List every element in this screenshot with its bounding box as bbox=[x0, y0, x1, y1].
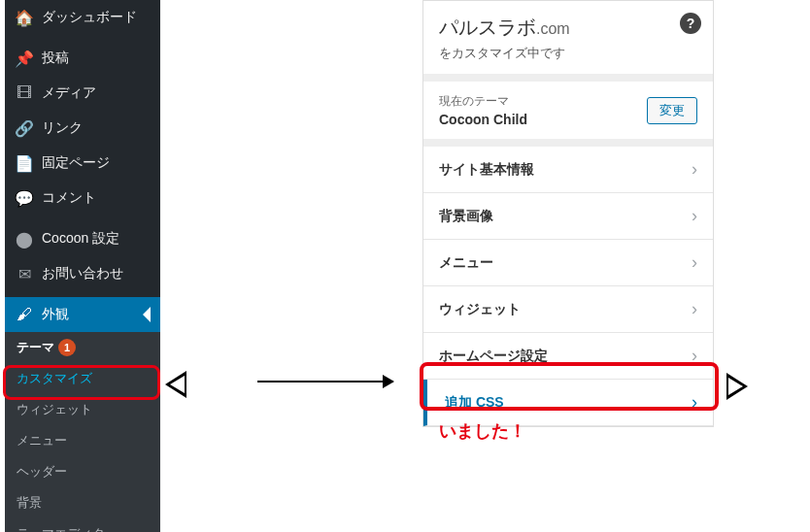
site-title-text: パルスラボ bbox=[439, 17, 536, 38]
customizer-row-widgets[interactable]: ウィジェット› bbox=[423, 286, 713, 333]
customizer-row-label: サイト基本情報 bbox=[439, 161, 534, 179]
sidebar-item-label: ダッシュボード bbox=[42, 9, 137, 26]
sidebar-item-cocoon-settings[interactable]: ⬤Cocoon 設定 bbox=[5, 221, 160, 256]
pointer-arrow-icon bbox=[726, 373, 748, 400]
customizer-row-menus[interactable]: メニュー› bbox=[423, 240, 713, 286]
posts-icon: 📌 bbox=[15, 49, 34, 68]
submenu-item-menus[interactable]: メニュー bbox=[5, 425, 160, 456]
pages-icon: 📄 bbox=[15, 153, 34, 173]
comments-icon: 💬 bbox=[15, 188, 34, 208]
wp-admin-sidebar: 🏠ダッシュボード📌投稿🎞メディア🔗リンク📄固定ページ💬コメント⬤Cocoon 設… bbox=[5, 0, 160, 532]
sidebar-item-label: 外観 bbox=[42, 306, 69, 323]
submenu-item-widgets[interactable]: ウィジェット bbox=[5, 394, 160, 425]
flow-arrow-icon bbox=[257, 381, 393, 382]
sidebar-item-label: 固定ページ bbox=[42, 154, 110, 172]
help-icon[interactable]: ? bbox=[680, 13, 701, 34]
customizer-row-label: 追加 CSS bbox=[445, 394, 504, 412]
customizer-row-label: 背景画像 bbox=[439, 208, 493, 225]
sidebar-item-posts[interactable]: 📌投稿 bbox=[5, 41, 160, 76]
update-badge: 1 bbox=[58, 339, 76, 356]
dashboard-icon: 🏠 bbox=[15, 8, 34, 27]
sidebar-item-contact[interactable]: ✉お問い合わせ bbox=[5, 256, 160, 291]
chevron-right-icon: › bbox=[692, 206, 697, 226]
appearance-icon: 🖌 bbox=[15, 305, 34, 324]
customizer-panel: パルスラボ.com をカスタマイズ中です ? 現在のテーマ Cocoon Chi… bbox=[422, 0, 714, 427]
pointer-arrow-icon bbox=[165, 371, 186, 398]
sidebar-item-appearance[interactable]: 🖌外観 bbox=[5, 297, 160, 332]
chevron-right-icon: › bbox=[692, 159, 697, 180]
cocoon-settings-icon: ⬤ bbox=[15, 229, 34, 249]
current-theme-label: 現在のテーマ bbox=[439, 93, 527, 110]
sidebar-item-label: リンク bbox=[42, 119, 83, 137]
site-title: パルスラボ.com bbox=[439, 15, 697, 41]
submenu-item-background[interactable]: 背景 bbox=[5, 487, 160, 518]
customizer-header: パルスラボ.com をカスタマイズ中です ? bbox=[423, 1, 713, 74]
submenu-item-header[interactable]: ヘッダー bbox=[5, 456, 160, 487]
sidebar-item-media[interactable]: 🎞メディア bbox=[5, 76, 160, 111]
chevron-right-icon: › bbox=[692, 392, 697, 413]
customizer-row-background-image[interactable]: 背景画像› bbox=[423, 193, 713, 240]
chevron-right-icon: › bbox=[692, 346, 697, 366]
links-icon: 🔗 bbox=[15, 118, 34, 138]
site-domain-suffix: .com bbox=[536, 20, 570, 37]
change-theme-button[interactable]: 変更 bbox=[647, 97, 697, 124]
contact-icon: ✉ bbox=[15, 264, 34, 283]
sidebar-item-label: 投稿 bbox=[42, 50, 69, 67]
customizer-theme-block: 現在のテーマ Cocoon Child 変更 bbox=[423, 82, 713, 139]
sidebar-item-pages[interactable]: 📄固定ページ bbox=[5, 146, 160, 181]
submenu-item-theme-editor[interactable]: テーマエディター bbox=[5, 518, 160, 532]
sidebar-item-label: Cocoon 設定 bbox=[42, 230, 119, 248]
annotation-caption: いました！ bbox=[439, 419, 526, 443]
chevron-right-icon: › bbox=[692, 252, 697, 273]
media-icon: 🎞 bbox=[15, 83, 34, 103]
sidebar-item-dashboard[interactable]: 🏠ダッシュボード bbox=[5, 0, 160, 35]
customizer-row-label: ウィジェット bbox=[439, 301, 521, 318]
customizer-row-homepage-settings[interactable]: ホームページ設定› bbox=[423, 333, 713, 380]
customizer-row-site-identity[interactable]: サイト基本情報› bbox=[423, 147, 713, 193]
submenu-item-themes[interactable]: テーマ1 bbox=[5, 332, 160, 363]
submenu-item-customize[interactable]: カスタマイズ bbox=[5, 363, 160, 394]
sidebar-item-label: メディア bbox=[42, 84, 96, 102]
customizer-subtitle: をカスタマイズ中です bbox=[439, 45, 697, 62]
chevron-right-icon: › bbox=[692, 299, 697, 319]
sidebar-item-links[interactable]: 🔗リンク bbox=[5, 111, 160, 146]
customizer-row-label: メニュー bbox=[439, 254, 493, 272]
sidebar-item-label: お問い合わせ bbox=[42, 265, 123, 283]
sidebar-item-comments[interactable]: 💬コメント bbox=[5, 181, 160, 216]
current-theme-name: Cocoon Child bbox=[439, 112, 527, 127]
sidebar-item-label: コメント bbox=[42, 189, 96, 207]
customizer-row-label: ホームページ設定 bbox=[439, 348, 548, 365]
